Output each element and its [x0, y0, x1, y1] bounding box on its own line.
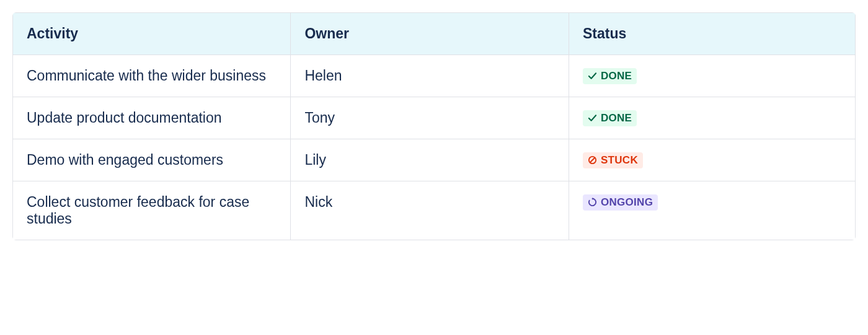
- table-row: Update product documentation Tony DONE: [13, 97, 856, 139]
- check-icon: [588, 113, 597, 123]
- cell-owner: Helen: [291, 55, 569, 97]
- table-header-row: Activity Owner Status: [13, 13, 856, 55]
- table-body: Communicate with the wider business Hele…: [13, 55, 856, 240]
- cell-status: DONE: [569, 97, 855, 139]
- cell-owner: Lily: [291, 139, 569, 181]
- status-badge-ongoing: ONGOING: [583, 194, 658, 211]
- status-label: STUCK: [601, 154, 638, 167]
- cell-status: STUCK: [569, 139, 855, 181]
- status-badge-done: DONE: [583, 68, 637, 84]
- header-activity: Activity: [13, 13, 291, 55]
- cell-activity: Demo with engaged customers: [13, 139, 291, 181]
- header-status: Status: [569, 13, 855, 55]
- activity-table-container: Activity Owner Status Communicate with t…: [12, 12, 856, 240]
- activity-table: Activity Owner Status Communicate with t…: [12, 12, 856, 240]
- status-label: DONE: [601, 70, 632, 82]
- cell-owner: Nick: [291, 181, 569, 240]
- table-header: Activity Owner Status: [13, 13, 856, 55]
- status-label: DONE: [601, 112, 632, 124]
- cell-activity: Communicate with the wider business: [13, 55, 291, 97]
- check-icon: [588, 71, 597, 80]
- cell-owner: Tony: [291, 97, 569, 139]
- svg-line-1: [590, 158, 595, 163]
- prohibited-icon: [588, 155, 597, 165]
- header-owner: Owner: [291, 13, 569, 55]
- table-row: Demo with engaged customers Lily STUCK: [13, 139, 856, 181]
- status-label: ONGOING: [601, 196, 653, 209]
- table-row: Communicate with the wider business Hele…: [13, 55, 856, 97]
- cell-status: DONE: [569, 55, 855, 97]
- cell-activity: Update product documentation: [13, 97, 291, 139]
- cell-status: ONGOING: [569, 181, 855, 240]
- status-badge-stuck: STUCK: [583, 152, 643, 168]
- status-badge-done: DONE: [583, 110, 637, 126]
- table-row: Collect customer feedback for case studi…: [13, 181, 856, 240]
- cell-activity: Collect customer feedback for case studi…: [13, 181, 291, 240]
- refresh-icon: [588, 198, 597, 207]
